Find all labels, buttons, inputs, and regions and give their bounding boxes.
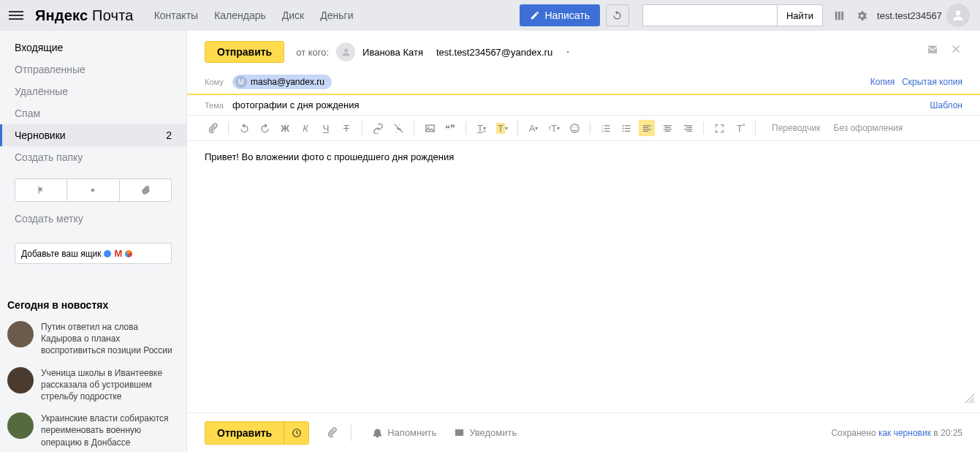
folder-deleted[interactable]: Удалённые (0, 80, 186, 102)
subject-label: Тема (205, 101, 232, 110)
bgcolor-icon[interactable]: T▾ (494, 120, 510, 136)
subject-input[interactable] (232, 99, 930, 110)
svg-point-9 (622, 124, 623, 126)
logo[interactable]: Яндекс Почта (35, 7, 134, 24)
folder-spam[interactable]: Спам (0, 102, 186, 124)
avatar[interactable] (946, 4, 970, 27)
notify-button[interactable]: Уведомить (454, 427, 517, 438)
svg-point-10 (622, 127, 623, 129)
cc-link[interactable]: Копия (870, 77, 894, 87)
compose-pane: Отправить от кого: Иванова Катя test.tes… (187, 31, 980, 452)
unlink-icon[interactable] (390, 120, 406, 136)
from-label: от кого: (296, 47, 329, 58)
align-left-icon[interactable] (639, 120, 655, 136)
from-name[interactable]: Иванова Катя (362, 47, 423, 58)
emoji-icon[interactable] (566, 120, 582, 136)
clear-format-icon[interactable]: T× (732, 120, 748, 136)
nav-money[interactable]: Деньги (320, 10, 353, 21)
noformat-link[interactable]: Без оформления (834, 123, 903, 133)
refresh-button[interactable] (606, 4, 629, 26)
username[interactable]: test.test234567 (877, 10, 942, 21)
nav-calendar[interactable]: Календарь (214, 10, 266, 21)
quote-icon[interactable]: ❝❞ (442, 120, 458, 136)
link-icon[interactable] (370, 120, 386, 136)
fullscreen-icon[interactable] (711, 120, 727, 136)
menu-icon[interactable] (9, 11, 23, 20)
undo-icon[interactable] (236, 120, 252, 136)
nav-contacts[interactable]: Контакты (154, 10, 198, 21)
send-button-top[interactable]: Отправить (205, 41, 284, 63)
folder-inbox[interactable]: Входящие (0, 37, 186, 59)
draft-link[interactable]: как черновик (878, 428, 931, 438)
schedule-send-icon[interactable] (284, 422, 308, 444)
bold-icon[interactable]: Ж (277, 120, 293, 136)
svg-point-11 (622, 130, 623, 132)
flag-icon (36, 185, 46, 195)
search-input[interactable] (642, 4, 777, 26)
dot-icon (88, 185, 98, 195)
folder-sent[interactable]: Отправленные (0, 59, 186, 80)
bcc-link[interactable]: Скрытая копия (902, 77, 962, 87)
user-icon (951, 8, 965, 23)
size-icon[interactable]: тT▾ (546, 120, 562, 136)
svg-text:3: 3 (601, 129, 603, 132)
paperclip-icon (140, 185, 151, 195)
attach-footer[interactable] (327, 427, 338, 438)
svg-point-3 (570, 124, 578, 132)
create-folder[interactable]: Создать папку (0, 146, 186, 168)
folder-drafts[interactable]: Черновики2 (0, 124, 186, 146)
to-label: Кому (205, 78, 232, 86)
recipient-chip[interactable]: Mmasha@yandex.ru (232, 75, 332, 89)
svg-point-0 (91, 189, 95, 192)
news-item[interactable]: Украинские власти собираются переименова… (0, 410, 186, 452)
align-center-icon[interactable] (659, 120, 675, 136)
numlist-icon[interactable]: 123 (598, 120, 614, 136)
send-button-bottom[interactable]: Отправить (205, 421, 309, 445)
remind-button[interactable]: Напомнить (372, 427, 436, 438)
popout-icon[interactable] (926, 42, 939, 56)
message-body[interactable]: Привет! Во вложении фото с прошедшего дн… (187, 141, 980, 413)
themes-icon[interactable] (833, 10, 846, 22)
sidebar: Входящие Отправленные Удалённые Спам Чер… (0, 31, 187, 452)
from-email[interactable]: test.test234567@yandex.ru (436, 47, 552, 58)
nav-disk[interactable]: Диск (282, 10, 304, 21)
dot-action[interactable] (67, 179, 119, 201)
resize-handle[interactable] (965, 394, 974, 405)
flag-action[interactable] (15, 179, 67, 201)
compose-button[interactable]: Написать (520, 4, 600, 26)
bullist-icon[interactable] (618, 120, 634, 136)
redo-icon[interactable] (257, 120, 273, 136)
saved-status: Сохранено как черновик в 20:25 (831, 428, 962, 438)
refresh-icon (612, 10, 623, 21)
news-heading: Сегодня в новостях (7, 299, 179, 311)
news-item[interactable]: Путин ответил на слова Кадырова о планах… (0, 318, 186, 364)
attach-icon[interactable] (205, 120, 221, 136)
gear-icon[interactable] (856, 10, 868, 22)
color-icon[interactable]: T▾ (474, 120, 490, 136)
svg-point-4 (573, 127, 574, 127)
align-right-icon[interactable] (680, 120, 696, 136)
template-link[interactable]: Шаблон (930, 100, 962, 110)
add-mailbox[interactable]: Добавьте ваш ящик M (15, 243, 172, 264)
image-icon[interactable] (422, 120, 438, 136)
chevron-down-icon[interactable] (564, 47, 571, 58)
format-toolbar: Ж К Ч Т ❝❞ T▾ T▾ A▾ тT▾ 123 T× (187, 116, 980, 141)
underline-icon[interactable]: Ч (318, 120, 334, 136)
italic-icon[interactable]: К (297, 120, 314, 136)
compose-icon (530, 10, 540, 20)
translator-link[interactable]: Переводчик (772, 123, 821, 133)
svg-point-5 (575, 127, 576, 127)
strike-icon[interactable]: Т (338, 120, 354, 136)
create-label[interactable]: Создать метку (0, 208, 186, 230)
news-item[interactable]: Ученица школы в Ивантеевке рассказала об… (0, 364, 186, 410)
close-icon[interactable] (949, 42, 962, 56)
font-icon[interactable]: A▾ (525, 120, 542, 136)
from-avatar (336, 42, 355, 61)
search-button[interactable]: Найти (777, 4, 823, 26)
attach-action[interactable] (120, 179, 171, 201)
